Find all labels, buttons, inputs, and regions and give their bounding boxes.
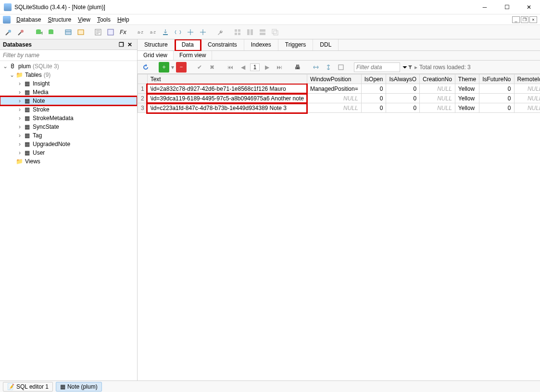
mdi-close[interactable]: × [529,16,537,23]
app-menu-icon[interactable] [3,16,11,24]
export-arrows-icon[interactable] [172,26,184,38]
col-theme[interactable]: Theme [455,74,479,84]
db-tree[interactable]: ⌄🛢plum(SQLite 3) ⌄📁Tables(9) ›▦Insight›▦… [0,61,137,380]
table-node-syncstate[interactable]: ›▦SyncState [0,122,137,131]
statusbar-sql-editor[interactable]: 📝SQL editor 1 [3,382,53,392]
table-node-stroke[interactable]: ›▦Stroke [0,105,137,114]
expand-v-icon[interactable] [323,62,334,73]
table-node-media[interactable]: ›▦Media [0,88,137,97]
db-filter-input[interactable] [0,50,137,61]
insert-row-button[interactable]: ＋ [159,62,169,73]
rollback-icon[interactable]: ✖ [207,62,217,73]
tile-icon[interactable] [232,26,243,38]
fx-icon[interactable]: Fx [117,26,129,38]
views-folder[interactable]: 📁Views [0,157,137,166]
col-isalwaysontop[interactable]: IsAlwaysO [386,74,420,84]
refresh-icon[interactable] [140,62,151,73]
tab-triggers[interactable]: Triggers [278,39,314,50]
table-node-note[interactable]: ›▦Note [0,97,137,105]
subtab-grid[interactable]: Grid view [138,51,174,60]
tab-data[interactable]: Data [175,39,201,51]
db-node-plum[interactable]: ⌄🛢plum(SQLite 3) [0,62,137,71]
statusbar: 📝SQL editor 1 ▦Note (plum) [0,380,540,392]
col-isopen[interactable]: IsOpen [361,74,386,84]
cascade-icon[interactable] [269,26,281,38]
menu-help[interactable]: Help [114,15,132,24]
close-button[interactable]: ✕ [518,0,540,14]
menu-structure[interactable]: Structure [45,15,74,24]
connect-icon[interactable] [3,26,14,38]
svg-rect-12 [163,34,168,35]
panel-close-icon[interactable]: ✕ [126,40,134,49]
tab-constraints[interactable]: Constraints [201,39,244,50]
disconnect-icon[interactable] [15,26,27,38]
col-isfuturenote[interactable]: IsFutureNo [479,74,514,84]
menu-database[interactable]: Database [13,15,44,24]
tables-folder[interactable]: ⌄📁Tables(9) [0,71,137,79]
delete-row-button[interactable]: － [176,62,187,73]
table-row[interactable]: 2\id=39dca119-6189-4495-97c5-a8b0946975a… [138,94,540,103]
next-page-icon[interactable]: ▶ [262,62,272,73]
col-windowposition[interactable]: WindowPosition [307,74,361,84]
mdi-minimize[interactable]: _ [512,16,520,23]
import-icon[interactable] [160,26,171,38]
table-row[interactable]: 1\id=2a832c78-d927-42d6-be71-1e8568c1f12… [138,84,540,94]
collation-icon[interactable]: a·z [135,26,146,38]
menu-view[interactable]: View [75,15,93,24]
tile-h-icon[interactable] [244,26,256,38]
table-node-user[interactable]: ›▦User [0,148,137,157]
table-tabs: Structure Data Constraints Indexes Trigg… [138,39,540,51]
table-node-strokemetadata[interactable]: ›▦StrokeMetadata [0,114,137,122]
prev-page-icon[interactable]: ◀ [238,62,248,73]
extension-icon[interactable]: a·z [147,26,159,38]
edit-db-icon[interactable] [45,26,57,38]
add-db-icon[interactable]: + [33,26,44,38]
col-text[interactable]: Text [147,74,307,84]
svg-rect-19 [260,29,265,32]
filter-data-input[interactable] [354,62,400,72]
col-remoteid[interactable]: RemoteId [514,74,540,84]
svg-rect-9 [78,30,84,35]
svg-point-0 [8,30,11,33]
table-node-insight[interactable]: ›▦Insight [0,79,137,88]
data-grid[interactable]: TextWindowPositionIsOpenIsAlwaysOCreatio… [138,74,540,380]
expand-h-icon[interactable] [311,62,321,73]
mdi-controls: _ ❐ × [512,16,537,23]
execute-icon[interactable] [197,26,209,38]
new-view-icon[interactable] [75,26,87,38]
sql-history-icon[interactable] [105,26,116,38]
main-toolbar: + Fx a·z a·z [0,25,540,39]
panel-undock-icon[interactable]: ❐ [117,40,126,49]
table-row[interactable]: 3\id=c223a1fd-847c-4d78-b73b-1e449d93438… [138,103,540,113]
data-toolbar: ＋ ▾ － ✔ ✖ ⏮ ◀ ▶ ⏭ 🖶 ⏷ ▸ Total rows loade… [138,61,540,74]
table-node-upgradednote[interactable]: ›▦UpgradedNote [0,140,137,148]
commit-icon[interactable]: ✔ [194,62,205,73]
tile-v-icon[interactable] [257,26,268,38]
databases-panel-title: Databases [3,41,32,48]
sql-editor-icon[interactable] [92,26,104,38]
minimize-button[interactable]: ─ [474,0,496,14]
last-page-icon[interactable]: ⏭ [274,62,285,73]
filter-icon[interactable]: ⏷ [402,62,413,73]
svg-rect-7 [65,30,71,35]
menu-tools[interactable]: Tools [94,15,113,24]
wrench-icon[interactable] [214,26,226,38]
col-creationnoteid[interactable]: CreationNo [420,74,455,84]
maximize-button[interactable]: ☐ [496,0,518,14]
tab-ddl[interactable]: DDL [313,39,339,50]
tab-indexes[interactable]: Indexes [244,39,278,50]
statusbar-note-tab[interactable]: ▦Note (plum) [56,382,102,392]
table-node-tag[interactable]: ›▦Tag [0,131,137,140]
svg-text:+: + [40,30,42,36]
export-icon[interactable] [185,26,196,38]
page-number-input[interactable] [250,63,260,71]
tab-structure[interactable]: Structure [138,39,175,50]
subtab-form[interactable]: Form view [174,51,212,60]
svg-rect-13 [235,29,237,32]
mdi-restore[interactable]: ❐ [521,16,528,23]
first-page-icon[interactable]: ⏮ [225,62,236,73]
cell-edit-icon[interactable] [336,62,346,73]
data-subtabs: Grid view Form view [138,51,540,61]
print-icon[interactable]: 🖶 [292,62,303,73]
new-table-icon[interactable] [63,26,74,38]
